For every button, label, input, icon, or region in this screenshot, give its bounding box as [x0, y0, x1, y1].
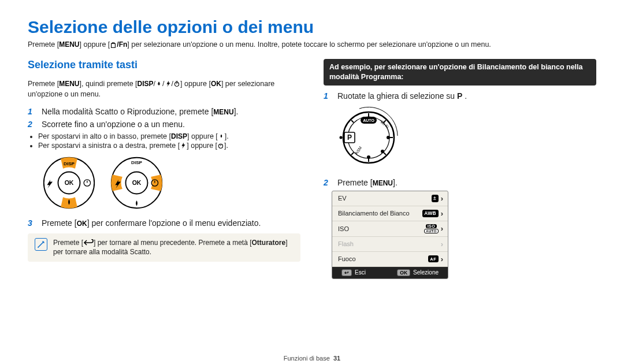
macro-icon — [155, 80, 162, 87]
menu-token: MENU — [373, 179, 393, 187]
flash-icon — [165, 80, 172, 87]
left-lead-c: ] oppure [ — [180, 80, 211, 88]
menu-row-wb: Bilanciamento del Bianco AWB › — [332, 206, 448, 221]
timer-icon — [217, 142, 224, 149]
svg-rect-0 — [112, 43, 116, 47]
menu-token: MENU — [59, 79, 79, 89]
disp-token: DISP — [138, 79, 154, 89]
left-lead-a: Premete [ — [28, 80, 59, 88]
step-number: 3 — [28, 218, 36, 228]
right-step-1: 1 Ruotate la ghiera di selezione su P . — [324, 91, 596, 101]
left-step-1: 1 Nella modalità Scatto o Riproduzione, … — [28, 107, 300, 116]
left-step-2: 2 Scorrete fino a un'opzione o a un menu… — [28, 120, 300, 129]
step-number: 1 — [324, 91, 332, 101]
rs2b: ]. — [393, 178, 398, 187]
left-lead-b: ], quindi premete [ — [80, 80, 138, 88]
menu-label: Bilanciamento del Bianco — [338, 210, 410, 217]
mode-dial: AUTO Wi-Fi ASM P — [333, 104, 596, 170]
chevron-right-icon: › — [441, 224, 443, 233]
intro-text-a: Premete [ — [28, 40, 59, 49]
left-subtitle: Selezione tramite tasti — [28, 59, 300, 71]
chevron-right-icon: › — [441, 194, 443, 203]
svg-point-37 — [367, 155, 370, 159]
dial-horizontal: OK DISP — [109, 155, 164, 210]
camera-menu-screenshot: EV ± › Bilanciamento del Bianco AWB › IS… — [332, 191, 448, 279]
macro-icon — [218, 133, 225, 140]
ok-keycap-icon: OK — [397, 269, 410, 276]
dial-illustrations: OK DISP — [42, 155, 300, 210]
disp-label: DISP — [64, 161, 75, 166]
chevron-right-icon: › — [441, 255, 443, 263]
af-badge-icon: AF — [428, 255, 439, 262]
s3a: Premete [ — [42, 218, 77, 228]
menu-token: MENU — [213, 108, 233, 116]
iso-auto-badge-icon: AUTO — [424, 229, 439, 233]
fn-token: /Fn — [117, 40, 127, 49]
bullet-2: Per spostarvi a sinistra o a destra, pre… — [38, 142, 300, 150]
ev-badge-icon: ± — [432, 195, 439, 202]
example-callout: Ad esempio, per selezionare un'opzione d… — [324, 59, 596, 86]
svg-marker-7 — [182, 143, 185, 148]
menu-row-flash: Flash › — [332, 237, 448, 252]
page-footer: Funzioni di base 31 — [0, 355, 624, 362]
b2c: ]. — [224, 142, 228, 150]
flash-icon — [180, 142, 187, 149]
bullet-1: Per spostarvi in alto o in basso, premet… — [38, 132, 300, 140]
menu-footer: ↩ Esci OK Selezione — [332, 267, 448, 278]
svg-rect-2 — [113, 42, 114, 43]
intro-text-b: ] oppure [ — [80, 40, 110, 49]
right-column: Ad esempio, per selezionare un'opzione d… — [324, 59, 596, 279]
intro-text-c: ] per selezionare un'opzione o un menu. … — [127, 40, 491, 49]
step1-text-b: ]. — [234, 107, 239, 116]
note-box: Premete [] per tornare al menu precedent… — [28, 233, 300, 262]
b1a: Per spostarvi in alto o in basso, premet… — [38, 132, 171, 140]
svg-marker-3 — [166, 81, 170, 87]
note-icon — [35, 238, 47, 251]
awb-badge-icon: AWB — [422, 210, 439, 217]
dial-vertical: OK DISP — [42, 155, 96, 210]
svg-marker-12 — [47, 179, 53, 188]
right-step-2: 2 Premete [MENU]. — [324, 178, 596, 187]
footer-page-number: 31 — [333, 355, 340, 362]
disp-token: DISP — [171, 132, 187, 140]
timer-icon — [173, 80, 180, 87]
menu-label: EV — [338, 195, 347, 202]
s3b: ] per confermare l'opzione o il menu evi… — [87, 218, 261, 228]
footer-sel-label: Selezione — [413, 269, 439, 276]
menu-label: ISO — [338, 225, 349, 232]
left-column: Selezione tramite tasti Premete [MENU], … — [28, 59, 300, 279]
svg-text:P: P — [347, 133, 352, 142]
svg-text:DISP: DISP — [131, 160, 142, 165]
step1-text-a: Nella modalità Scatto o Riproduzione, pr… — [42, 107, 213, 116]
svg-point-35 — [387, 136, 390, 139]
step-number: 2 — [324, 178, 332, 187]
na: Premete [ — [53, 239, 83, 247]
nbold: Otturatore — [252, 239, 286, 247]
svg-text:AUTO: AUTO — [363, 118, 374, 122]
ok-token: OK — [77, 220, 87, 228]
menu-row-ev: EV ± › — [332, 191, 448, 206]
step-number: 2 — [28, 120, 36, 129]
ok-token: OK — [211, 79, 221, 89]
page-intro: Premete [MENU] oppure [/Fn] per selezion… — [28, 40, 596, 49]
rs2a: Premete [ — [337, 178, 373, 187]
ok-label: OK — [65, 180, 74, 186]
svg-text:OK: OK — [132, 180, 142, 186]
nb: ] per tornare al menu precedente. Premet… — [94, 239, 251, 247]
chevron-right-icon: › — [441, 240, 443, 248]
step2-text: Scorrete fino a un'opzione o a un menu. — [42, 120, 185, 129]
menu-row-focus: Fuoco AF › — [332, 252, 448, 267]
chevron-right-icon: › — [441, 209, 443, 218]
svg-point-36 — [381, 150, 384, 153]
svg-point-39 — [340, 136, 343, 139]
menu-label: Fuoco — [338, 255, 356, 262]
page-title: Selezione delle opzioni o dei menu — [28, 17, 596, 37]
back-keycap-icon: ↩ — [341, 269, 352, 276]
footer-section: Funzioni di base — [284, 355, 330, 362]
back-icon — [83, 239, 94, 246]
menu-token: MENU — [59, 40, 79, 49]
step-number: 1 — [28, 107, 36, 116]
note-text: Premete [] per tornare al menu precedent… — [53, 238, 294, 258]
menu-row-iso: ISO ISO AUTO › — [332, 221, 448, 237]
b2a: Per spostarvi a sinistra o a destra, pre… — [38, 142, 180, 150]
